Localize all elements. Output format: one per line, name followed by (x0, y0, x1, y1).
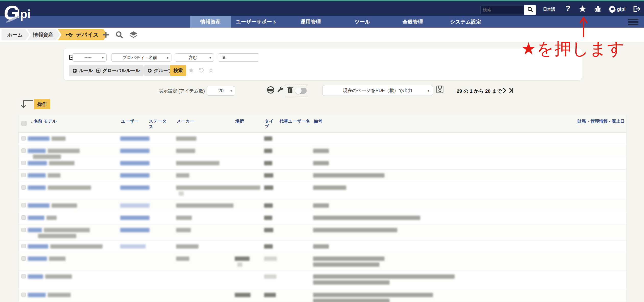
redacted-cell (44, 228, 90, 232)
hamburger-menu-icon[interactable] (628, 19, 638, 25)
breadcrumb-item-0[interactable]: ホーム (2, 29, 29, 40)
redacted-cell (120, 161, 150, 165)
help-icon[interactable]: ? (565, 4, 571, 13)
results-table: ▲ 名前モデルユーザーステータスメーカー場所タイプ代替ユーザー名備考財務・管理情… (18, 115, 626, 302)
column-header-5[interactable]: 場所 (235, 119, 244, 124)
criteria-link-select[interactable]: -----▼ (72, 53, 107, 62)
column-header-7[interactable]: 代替ユーザー名 (279, 119, 311, 124)
debug-bug-icon[interactable] (593, 5, 602, 13)
column-header-8[interactable]: 備考 (314, 119, 322, 124)
redacted-cell (28, 173, 46, 178)
deleted-items-toggle[interactable] (295, 88, 307, 94)
breadcrumb-item-2[interactable]: デバイス (58, 29, 107, 40)
sort-asc-icon[interactable]: ▲ (30, 120, 33, 123)
trash-icon[interactable] (287, 86, 293, 95)
row-checkbox[interactable] (21, 215, 26, 220)
row-checkbox[interactable] (21, 203, 26, 207)
language-selector[interactable]: 日本語 (543, 7, 555, 12)
row-checkbox[interactable] (21, 148, 26, 153)
table-row (19, 212, 626, 224)
save-bookmark-icon[interactable] (188, 67, 194, 74)
row-checkbox[interactable] (21, 293, 26, 297)
logout-icon[interactable] (632, 5, 640, 13)
breadcrumb-item-1[interactable]: 情報資産 (27, 29, 60, 40)
annotation-arrow-icon (578, 16, 589, 39)
layers-icon[interactable] (129, 31, 138, 40)
row-checkbox[interactable] (21, 274, 26, 278)
redacted-cell (176, 257, 189, 261)
wrench-icon[interactable] (277, 86, 284, 95)
row-checkbox[interactable] (21, 173, 26, 177)
top-bar: 日本語 ? glpi (0, 1, 644, 16)
row-checkbox[interactable] (21, 185, 26, 190)
table-row (19, 182, 626, 200)
table-row (19, 224, 626, 240)
nav-tab-0[interactable]: 情報資産 (190, 16, 231, 28)
nav-tab-4[interactable]: 全般管理 (385, 16, 440, 28)
redacted-cell (120, 185, 150, 190)
redacted-cell (264, 228, 273, 232)
redacted-cell (49, 161, 75, 165)
table-header: ▲ 名前モデルユーザーステータスメーカー場所タイプ代替ユーザー名備考財務・管理情… (19, 115, 626, 133)
chevron-down-icon: ▼ (230, 90, 232, 92)
page-size-select[interactable]: 20▼ (207, 86, 235, 96)
chevron-down-icon: ▼ (166, 56, 169, 59)
export-format-select[interactable]: 現在のページをPDF（横）で出力▼ (322, 85, 433, 96)
column-header-6[interactable]: タイプ (265, 119, 277, 129)
reset-search-icon[interactable] (198, 67, 204, 74)
next-page-icon[interactable] (502, 87, 507, 95)
nav-tab-2[interactable]: 運用管理 (282, 16, 339, 28)
select-all-checkbox[interactable] (21, 121, 27, 126)
settings-gear-icon[interactable] (608, 5, 616, 13)
redacted-cell (28, 257, 47, 261)
column-header-3[interactable]: ステータス (149, 119, 168, 129)
row-checkbox[interactable] (21, 228, 26, 232)
redacted-cell (48, 185, 91, 190)
search-list-icon[interactable] (115, 31, 123, 40)
add-global-rule-button[interactable]: グローバルルール (93, 65, 144, 76)
row-checkbox[interactable] (21, 161, 26, 165)
profile-label[interactable]: glpi (617, 6, 626, 12)
actions-button[interactable]: 操作 (34, 99, 50, 109)
globe-icon[interactable] (267, 86, 275, 95)
table-row (19, 240, 626, 253)
redacted-cell (313, 257, 385, 261)
table-row (19, 200, 626, 212)
annotation-text: ★を押します (521, 37, 644, 60)
global-search-button[interactable] (524, 5, 536, 15)
column-header-1[interactable]: モデル (43, 119, 57, 124)
search-submit-button[interactable]: 検索 (170, 65, 186, 76)
redacted-cell (313, 274, 455, 279)
redacted-cell (176, 203, 233, 208)
nav-tab-3[interactable]: ツール (339, 16, 385, 28)
row-checkbox[interactable] (21, 244, 26, 248)
redacted-cell (264, 161, 272, 165)
global-search-input[interactable] (480, 6, 524, 14)
export-save-icon[interactable] (436, 85, 444, 95)
add-rule-button[interactable]: ルール (69, 65, 96, 76)
column-header-4[interactable]: メーカー (177, 119, 194, 124)
redacted-cell (120, 216, 150, 220)
glpi-logo[interactable]: G lpi (4, 3, 42, 26)
last-page-icon[interactable] (508, 87, 515, 95)
column-header-9[interactable]: 財務・管理情報 - 廃止日 (577, 119, 626, 124)
redacted-cell (313, 228, 397, 232)
table-row (19, 157, 626, 169)
redacted-cell (28, 274, 43, 279)
criteria-value-input[interactable] (218, 53, 259, 62)
fold-search-icon[interactable] (208, 67, 214, 74)
row-checkbox[interactable] (21, 136, 26, 141)
row-checkbox[interactable] (21, 256, 26, 261)
criteria-operator-select[interactable]: 含む▼ (175, 53, 214, 62)
redacted-cell (176, 228, 191, 232)
bookmark-star-icon[interactable] (578, 5, 587, 13)
nav-tab-5[interactable]: システム設定 (440, 16, 491, 28)
column-header-2[interactable]: ユーザー (121, 119, 139, 124)
redacted-cell (264, 293, 276, 297)
criteria-field-select[interactable]: プロパティ - 名前▼ (111, 53, 171, 62)
add-item-icon[interactable] (102, 31, 110, 40)
redacted-cell (313, 161, 329, 165)
nav-tab-1[interactable]: ユーザーサポート (231, 16, 282, 28)
column-header-0[interactable]: 名前 (34, 119, 42, 124)
redacted-cell (313, 244, 329, 249)
